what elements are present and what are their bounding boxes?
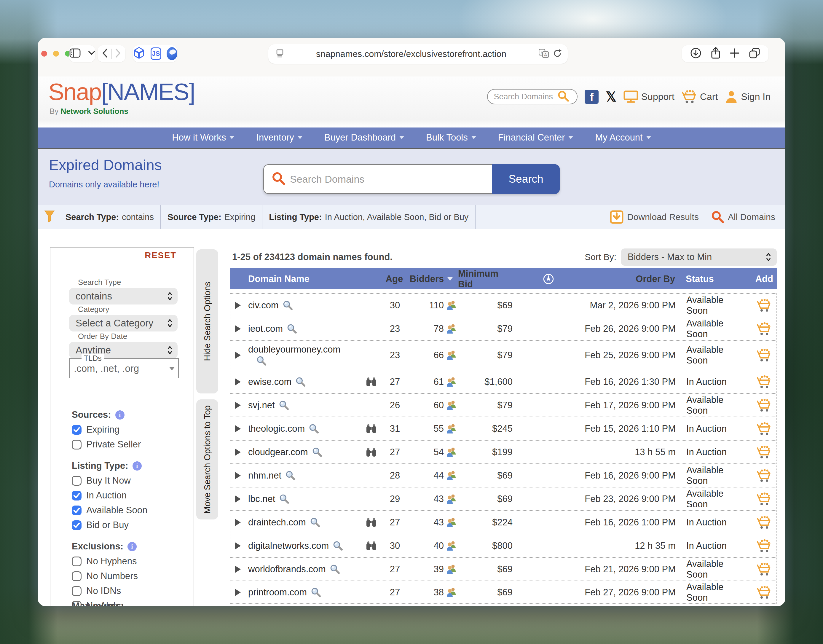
back-button[interactable]	[99, 49, 111, 59]
row-expand-arrow[interactable]	[235, 472, 241, 479]
checkbox-checked[interactable]	[72, 491, 81, 500]
share-icon[interactable]	[711, 47, 721, 60]
checkbox-unchecked[interactable]	[72, 476, 81, 486]
row-expand-arrow[interactable]	[235, 589, 241, 596]
domain-name[interactable]: worldofbrands.com	[248, 564, 326, 575]
column-order-by[interactable]: Order By	[568, 274, 677, 284]
tlds-select[interactable]: .com, .net, .org	[74, 363, 175, 374]
domain-lookup-icon[interactable]	[330, 564, 340, 575]
x-twitter-icon[interactable]: 𝕏	[606, 89, 616, 104]
checkbox-unchecked[interactable]	[72, 557, 81, 566]
add-to-cart-button[interactable]	[757, 586, 771, 599]
add-to-cart-button[interactable]	[757, 539, 771, 553]
domain-lookup-icon[interactable]	[333, 541, 343, 551]
translate-icon[interactable]: aA	[539, 49, 549, 59]
info-icon[interactable]: i	[127, 542, 137, 551]
row-expand-arrow[interactable]	[235, 542, 241, 549]
search-type-select[interactable]: contains	[69, 288, 178, 305]
domain-name[interactable]: svj.net	[248, 400, 275, 411]
domain-name[interactable]: doubleyourmoney.com	[248, 344, 340, 355]
all-domains-link[interactable]: All Domains	[711, 210, 775, 224]
checkbox-available-soon[interactable]: Available Soon	[72, 505, 188, 516]
domain-name[interactable]: ieot.com	[248, 324, 283, 334]
chevron-down-icon[interactable]	[88, 51, 95, 56]
column-domain-name[interactable]: Domain Name	[245, 274, 359, 284]
checkbox-checked[interactable]	[72, 520, 81, 530]
column-bidders[interactable]: Bidders	[406, 274, 458, 284]
row-expand-arrow[interactable]	[235, 566, 241, 573]
column-pointer[interactable]	[529, 273, 568, 285]
address-bar[interactable]: snapnames.com/store/exclusivestorefront.…	[268, 44, 568, 64]
binoculars-icon[interactable]	[366, 423, 377, 434]
info-icon[interactable]: i	[133, 462, 142, 471]
domain-name[interactable]: lbc.net	[248, 494, 275, 504]
close-window-button[interactable]	[41, 51, 47, 57]
nav-item-bulk-tools[interactable]: Bulk Tools	[426, 132, 476, 143]
add-to-cart-button[interactable]	[757, 322, 771, 336]
nav-item-inventory[interactable]: Inventory	[256, 132, 302, 143]
sign-in-link[interactable]: Sign In	[725, 90, 771, 103]
facebook-icon[interactable]: f	[585, 90, 599, 104]
checkbox-no-idns[interactable]: No IDNs	[72, 586, 188, 596]
add-to-cart-button[interactable]	[757, 563, 771, 576]
add-to-cart-button[interactable]	[757, 399, 771, 412]
checkbox-bid-or-buy[interactable]: Bid or Buy	[72, 520, 188, 531]
nav-item-my-account[interactable]: My Account	[595, 132, 651, 143]
domain-name[interactable]: digitalnetworks.com	[248, 541, 329, 551]
add-to-cart-button[interactable]	[757, 348, 771, 362]
add-to-cart-button[interactable]	[757, 445, 771, 459]
domain-lookup-icon[interactable]	[310, 517, 320, 528]
checkbox-in-auction[interactable]: In Auction	[72, 490, 188, 501]
domain-lookup-icon[interactable]	[279, 494, 290, 504]
tab-overview-icon[interactable]	[749, 47, 760, 60]
download-results-link[interactable]: Download Results	[610, 210, 699, 224]
row-expand-arrow[interactable]	[235, 325, 241, 333]
reload-icon[interactable]	[553, 49, 562, 59]
domain-name[interactable]: nhm.net	[248, 470, 281, 481]
add-to-cart-button[interactable]	[757, 375, 771, 389]
binoculars-icon[interactable]	[366, 447, 377, 457]
add-to-cart-button[interactable]	[757, 516, 771, 529]
category-select[interactable]: Select a Category	[69, 315, 178, 331]
domain-lookup-icon[interactable]	[287, 324, 297, 334]
domain-name[interactable]: ewise.com	[248, 377, 291, 387]
add-to-cart-button[interactable]	[757, 422, 771, 435]
checkbox-buy-it-now[interactable]: Buy It Now	[72, 475, 188, 486]
new-tab-icon[interactable]	[730, 48, 740, 59]
domain-lookup-icon[interactable]	[308, 423, 319, 434]
domain-lookup-icon[interactable]	[278, 400, 289, 411]
domain-lookup-icon[interactable]	[285, 470, 296, 481]
row-expand-arrow[interactable]	[235, 425, 241, 432]
box-extension-icon[interactable]	[133, 46, 145, 61]
domain-name[interactable]: theologic.com	[248, 423, 305, 434]
move-search-options-tab[interactable]: Move Search Options to Top	[196, 399, 218, 520]
domain-lookup-icon[interactable]	[295, 377, 306, 387]
snapnames-logo[interactable]: Snap[NAMES]	[48, 78, 195, 106]
add-to-cart-button[interactable]	[757, 469, 771, 482]
cart-link[interactable]: Cart	[682, 89, 718, 104]
search-button[interactable]: Search	[492, 164, 560, 194]
checkbox-checked[interactable]	[72, 425, 81, 435]
binoculars-icon[interactable]	[366, 377, 377, 387]
minimize-window-button[interactable]	[53, 51, 59, 57]
nav-item-how-it-works[interactable]: How it Works	[172, 132, 234, 143]
js-extension-icon[interactable]: JS	[150, 48, 161, 60]
downloads-icon[interactable]	[690, 47, 702, 60]
header-search-input[interactable]	[493, 92, 557, 101]
checkbox-no-numbers[interactable]: No Numbers	[72, 571, 188, 581]
column-status[interactable]: Status	[677, 274, 734, 284]
checkbox-expiring[interactable]: Expiring	[72, 424, 188, 435]
domain-lookup-icon[interactable]	[256, 356, 267, 366]
domain-lookup-icon[interactable]	[311, 447, 322, 457]
column-minimum-bid[interactable]: Minimum Bid	[458, 268, 529, 290]
row-expand-arrow[interactable]	[235, 402, 241, 409]
sidebar-toggle-icon[interactable]	[69, 48, 81, 59]
support-link[interactable]: Support	[624, 90, 674, 103]
row-expand-arrow[interactable]	[235, 519, 241, 526]
checkbox-unchecked[interactable]	[72, 586, 81, 596]
nav-item-buyer-dashboard[interactable]: Buyer Dashboard	[324, 132, 404, 143]
row-expand-arrow[interactable]	[235, 378, 241, 385]
info-icon[interactable]: i	[115, 410, 124, 420]
row-expand-arrow[interactable]	[235, 495, 241, 503]
reset-button[interactable]: RESET	[145, 250, 176, 260]
